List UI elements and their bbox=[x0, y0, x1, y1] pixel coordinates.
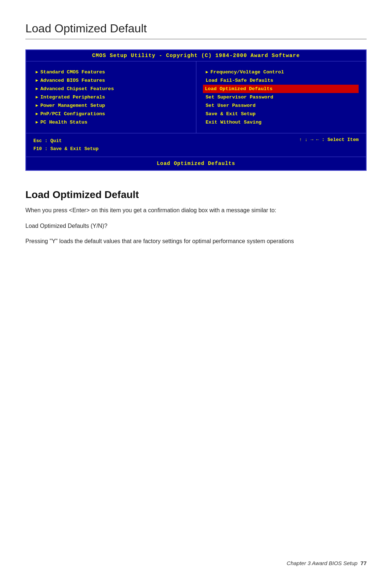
arrow-icon: ► bbox=[36, 112, 38, 117]
bios-menu-save-exit[interactable]: Save & Exit Setup bbox=[205, 110, 359, 118]
bios-menu-pnp-pci[interactable]: ► PnP/PCI Configurations bbox=[35, 110, 189, 118]
bios-menu-load-failsafe[interactable]: Load Fail-Safe Defaults bbox=[205, 76, 359, 85]
content-paragraph2: Pressing "Y" loads the default values th… bbox=[25, 237, 367, 246]
bios-screenshot: CMOS Setup Utility - Copyright (C) 1984-… bbox=[25, 49, 367, 171]
bios-menu-standard-cmos[interactable]: ► Standard CMOS Features bbox=[35, 68, 189, 76]
arrow-icon: ► bbox=[36, 86, 38, 92]
bios-right-column: ► Frequency/Voltage Control Load Fail-Sa… bbox=[196, 61, 366, 133]
bios-left-column: ► Standard CMOS Features ► Advanced BIOS… bbox=[26, 61, 196, 133]
bios-menu-set-user-password[interactable]: Set User Password bbox=[205, 101, 359, 110]
arrow-icon: ► bbox=[36, 78, 38, 83]
bios-menu-pc-health[interactable]: ► PC Health Status bbox=[35, 118, 189, 126]
bios-menu-frequency-voltage[interactable]: ► Frequency/Voltage Control bbox=[205, 68, 359, 76]
bios-menu-exit-without-saving[interactable]: Exit Without Saving bbox=[205, 118, 359, 126]
arrow-icon: ► bbox=[36, 70, 38, 75]
content-query: Load Optimized Defaults (Y/N)? bbox=[25, 223, 367, 229]
bios-main-menu: ► Standard CMOS Features ► Advanced BIOS… bbox=[26, 61, 366, 133]
bios-esc-hint: Esc : Quit bbox=[33, 137, 98, 145]
section-heading: Load Optimized Default bbox=[25, 22, 367, 35]
bios-menu-integrated-peripherals[interactable]: ► Integrated Peripherals bbox=[35, 93, 189, 101]
bios-footer-left: Esc : Quit F10 : Save & Exit Setup bbox=[33, 137, 98, 153]
bios-footer: Esc : Quit F10 : Save & Exit Setup ↑ ↓ →… bbox=[26, 133, 366, 157]
content-paragraph1: When you press <Enter> on this item you … bbox=[25, 206, 367, 215]
bios-status-bar: Load Optimized Defaults bbox=[26, 157, 366, 170]
bios-footer-right: ↑ ↓ → ← : Select Item bbox=[299, 137, 359, 142]
content-title: Load Optimized Default bbox=[25, 189, 367, 201]
page-footer: Chapter 3 Award BIOS Setup 77 bbox=[287, 560, 367, 566]
page-number: 77 bbox=[360, 560, 367, 566]
arrow-icon: ► bbox=[36, 120, 38, 125]
bios-menu-advanced-bios[interactable]: ► Advanced BIOS Features bbox=[35, 76, 189, 85]
bios-menu-load-optimized[interactable]: Load Optimized Defaults bbox=[203, 85, 359, 93]
arrow-icon: ► bbox=[36, 95, 38, 100]
arrow-icon: ► bbox=[206, 70, 208, 75]
bios-title-bar: CMOS Setup Utility - Copyright (C) 1984-… bbox=[26, 50, 366, 61]
bios-menu-set-supervisor-password[interactable]: Set Supervisor Password bbox=[205, 93, 359, 101]
bios-f10-hint: F10 : Save & Exit Setup bbox=[33, 145, 98, 153]
bios-menu-advanced-chipset[interactable]: ► Advanced Chipset Features bbox=[35, 85, 189, 93]
bios-menu-power-management[interactable]: ► Power Management Setup bbox=[35, 101, 189, 110]
arrow-icon: ► bbox=[36, 103, 38, 108]
chapter-label: Chapter 3 Award BIOS Setup bbox=[287, 560, 358, 566]
heading-divider bbox=[25, 39, 367, 39]
